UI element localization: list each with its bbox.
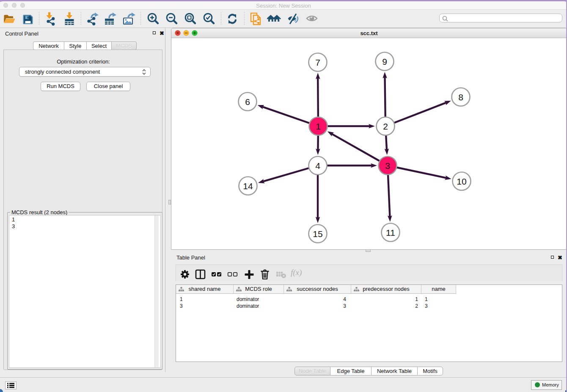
svg-text:9: 9 [382, 57, 387, 66]
svg-text:4: 4 [315, 161, 320, 171]
svg-text:10: 10 [457, 177, 466, 186]
svg-text:7: 7 [315, 58, 320, 67]
svg-text:1: 1 [316, 121, 321, 131]
svg-text:11: 11 [386, 228, 395, 237]
svg-text:6: 6 [245, 97, 250, 107]
svg-text:3: 3 [385, 161, 390, 171]
svg-text:2: 2 [383, 121, 388, 131]
svg-text:15: 15 [313, 229, 322, 239]
svg-text:14: 14 [243, 181, 253, 191]
svg-text:8: 8 [458, 92, 463, 102]
